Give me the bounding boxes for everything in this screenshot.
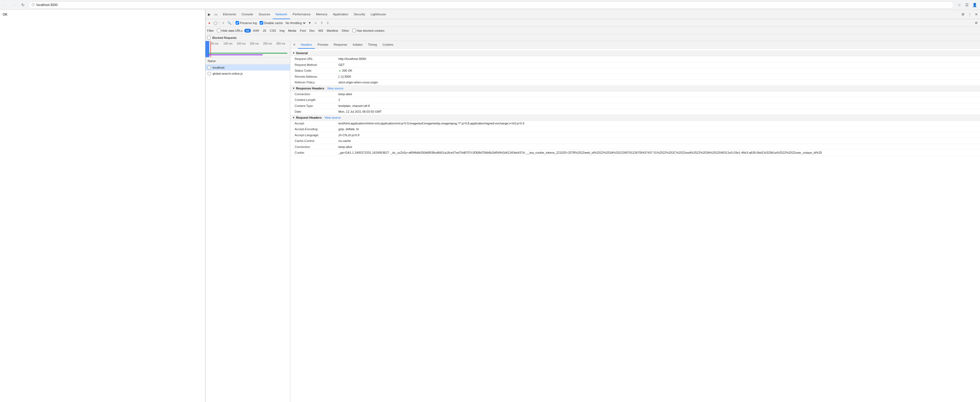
general-remote-address-key: Remote Address: (295, 75, 339, 79)
detail-tab-cookies[interactable]: Cookies (380, 41, 396, 49)
tab-memory[interactable]: Memory (313, 10, 330, 19)
status-code-text: 200 OK (342, 69, 352, 72)
timeline-ruler: 50 ms 100 ms 150 ms 200 ms 250 ms 300 ms (205, 42, 290, 45)
disable-cache-label[interactable]: Disable cache (259, 21, 283, 25)
wifi-icon[interactable]: ≈ (313, 20, 318, 26)
detail-tab-initiator[interactable]: Initiator (350, 41, 365, 49)
request-checkbox-global-search[interactable] (208, 72, 211, 75)
filter-type-media[interactable]: Media (286, 29, 298, 33)
req-cache-control-key: Cache-Control: (295, 139, 339, 143)
req-accept-language-row: Accept-Language: zh-CN,zh;q=0.9 (290, 132, 980, 138)
filter-type-manifest[interactable]: Manifest (325, 29, 340, 33)
detail-tab-preview[interactable]: Preview (315, 41, 331, 49)
request-name-global-search: global-search-online.js (213, 72, 243, 75)
resp-connection-key: Connection: (295, 92, 339, 97)
resp-content-type-key: Content-Type: (295, 104, 339, 108)
tab-sources[interactable]: Sources (256, 10, 273, 19)
filter-type-img[interactable]: Img (278, 29, 286, 33)
filter-type-xhr[interactable]: XHR (251, 29, 261, 33)
profile-button[interactable]: 👤 (971, 2, 978, 8)
request-headers-section-header[interactable]: ▼ Request Headers View source (290, 115, 980, 121)
request-row-global-search[interactable]: global-search-online.js (205, 71, 290, 76)
request-name-localhost: localhost (213, 66, 224, 69)
clear-button[interactable]: ◯ (213, 20, 218, 26)
throttle-select[interactable]: No throttling Fast 3G Slow 3G Offline (285, 20, 306, 26)
search-button[interactable]: 🔍 (226, 20, 232, 26)
response-headers-view-source[interactable]: View source (327, 87, 344, 90)
filter-type-js[interactable]: JS (261, 29, 268, 33)
throttle-dropdown-icon[interactable]: ▼ (307, 20, 312, 26)
tick-1: 50 ms (208, 42, 221, 45)
filter-button[interactable]: ▿ (221, 20, 226, 26)
filter-type-css[interactable]: CSS (268, 29, 278, 33)
resp-content-length-value: 2 (339, 98, 340, 102)
devtools-icon-group: ▶ ▭ (207, 12, 219, 17)
request-checkbox-localhost[interactable] (208, 66, 211, 69)
network-content: 50 ms 100 ms 150 ms 200 ms 250 ms 300 ms… (205, 41, 980, 402)
extensions-button[interactable]: ☰ (964, 2, 970, 8)
tick-3: 150 ms (234, 42, 248, 45)
forward-button[interactable]: → (11, 2, 18, 8)
toolbar-separator-1 (219, 21, 220, 25)
tab-network[interactable]: Network (273, 10, 290, 19)
has-blocked-cookies-label[interactable]: Has blocked cookies (352, 29, 384, 32)
tab-elements[interactable]: Elements (220, 10, 239, 19)
response-headers-section-header[interactable]: ▼ Response Headers View source (290, 86, 980, 91)
has-blocked-cookies-text: Has blocked cookies (357, 29, 384, 32)
disable-cache-text: Disable cache (264, 21, 283, 25)
general-section-header[interactable]: ▼ General (290, 50, 980, 56)
tab-security[interactable]: Security (351, 10, 368, 19)
preserve-log-label[interactable]: Preserve log (235, 21, 257, 25)
detail-tab-timing[interactable]: Timing (365, 41, 380, 49)
close-devtools-icon[interactable]: ✕ (974, 12, 979, 17)
hide-data-urls-checkbox[interactable] (217, 29, 221, 32)
detail-tab-bar: ✕ Headers Preview Response Initiator Tim… (290, 41, 980, 49)
filter-type-font[interactable]: Font (298, 29, 307, 33)
devtools-tab-bar: ▶ ▭ Elements Console Sources Network Per… (205, 10, 980, 19)
filter-type-all[interactable]: All (244, 29, 251, 33)
name-column-header: Name (205, 57, 290, 65)
request-row-localhost[interactable]: localhost (205, 65, 290, 71)
refresh-button[interactable]: ↻ (20, 2, 26, 8)
tab-console[interactable]: Console (239, 10, 256, 19)
network-request-list: localhost global-search-online.js (205, 65, 290, 402)
browser-bar: ← → ↻ ⓘ localhost:3000 ☆ ☰ 👤 (0, 0, 980, 10)
timeline-bar-green (208, 53, 287, 54)
tab-performance[interactable]: Performance (290, 10, 313, 19)
has-blocked-cookies-checkbox[interactable] (352, 29, 356, 32)
address-bar[interactable]: ⓘ localhost:3000 (29, 2, 954, 8)
resp-date-key: Date: (295, 110, 339, 114)
preserve-log-checkbox[interactable] (235, 21, 239, 25)
tab-lighthouse[interactable]: Lighthouse (368, 10, 389, 19)
general-triangle-icon: ▼ (293, 52, 295, 54)
network-settings-icon[interactable]: ⚙ (974, 20, 979, 26)
filter-type-ws[interactable]: WS (317, 29, 325, 33)
bookmark-button[interactable]: ☆ (956, 2, 963, 8)
tab-application[interactable]: Application (330, 10, 351, 19)
hide-data-urls-label[interactable]: Hide data URLs (217, 29, 243, 32)
export-button[interactable]: ⇩ (325, 20, 331, 26)
hide-data-urls-text: Hide data URLs (221, 29, 243, 32)
inspect-icon[interactable]: ▶ (207, 12, 212, 17)
back-button[interactable]: ← (2, 2, 9, 8)
timeline-header: 50 ms 100 ms 150 ms 200 ms 250 ms 300 ms (205, 41, 290, 57)
disable-cache-checkbox[interactable] (259, 21, 263, 25)
import-button[interactable]: ⇧ (319, 20, 325, 26)
record-button[interactable]: ● (207, 20, 212, 26)
browser-actions: ☆ ☰ 👤 (956, 2, 978, 8)
filter-type-doc[interactable]: Doc (308, 29, 317, 33)
main-area: OK ▶ ▭ Elements Console Sources Network … (0, 10, 980, 402)
detail-tab-response[interactable]: Response (331, 41, 350, 49)
more-options-icon[interactable]: ⋮ (967, 12, 972, 17)
network-right-panel: ✕ Headers Preview Response Initiator Tim… (290, 41, 980, 402)
detail-close-button[interactable]: ✕ (291, 42, 297, 48)
request-headers-view-source[interactable]: View source (325, 116, 341, 119)
detail-tab-headers[interactable]: Headers (298, 41, 315, 49)
filter-type-other[interactable]: Other (340, 29, 351, 33)
device-icon[interactable]: ▭ (213, 12, 219, 17)
settings-gear-icon[interactable]: ⚙ (960, 12, 966, 17)
tick-6: 300 ms (274, 42, 287, 45)
info-icon: ⓘ (32, 2, 35, 7)
blocked-requests-checkbox[interactable] (207, 36, 211, 40)
general-request-method-key: Request Method: (295, 63, 339, 67)
